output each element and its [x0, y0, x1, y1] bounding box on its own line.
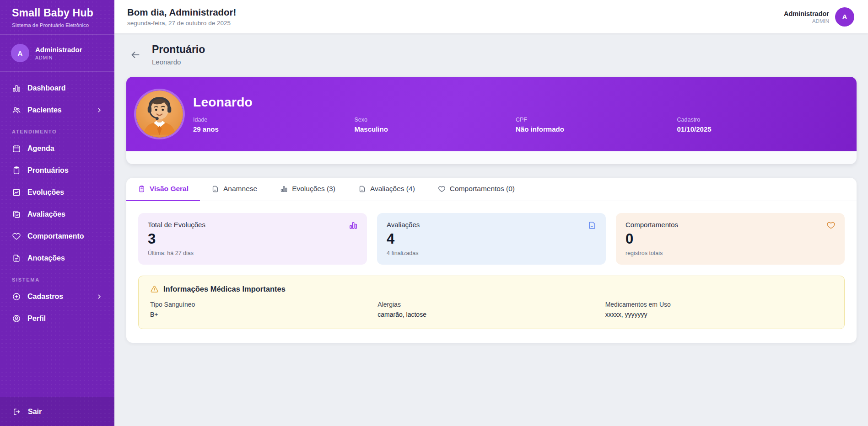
back-button[interactable] — [130, 49, 141, 60]
sidebar-item-anotacoes[interactable]: Anotações — [6, 247, 108, 269]
sidebar-item-evolucoes[interactable]: Evoluções — [6, 181, 108, 203]
field-label: CPF — [516, 117, 677, 123]
stat-card-evolucoes: Total de Evoluções 3 Última: há 27 dias — [138, 213, 367, 265]
users-icon — [12, 106, 21, 115]
header-user-name: Administrador — [784, 10, 829, 17]
top-header: Bom dia, Administrador! segunda-feira, 2… — [114, 0, 868, 33]
field-value: xxxxx, yyyyyyy — [605, 311, 833, 318]
sidebar-nav: Dashboard Pacientes ATENDIMENTO Agenda P… — [0, 72, 114, 330]
app-title: Small Baby Hub — [12, 7, 102, 19]
sidebar-logout-section: Sair — [0, 397, 114, 426]
sidebar-item-avaliacoes[interactable]: Avaliações — [6, 203, 108, 225]
sidebar-section-sistema: SISTEMA — [12, 277, 102, 282]
greeting-date: segunda-feira, 27 de outubro de 2025 — [127, 20, 236, 27]
tab-label: Evoluções (3) — [292, 185, 335, 193]
sidebar-item-pacientes[interactable]: Pacientes — [6, 99, 108, 121]
patient-name: Leonardo — [193, 95, 838, 110]
field-value: Não informado — [516, 125, 677, 133]
stat-value: 3 — [148, 231, 357, 247]
sidebar-item-label: Anotações — [27, 254, 65, 262]
patient-banner-card: Leonardo Idade 29 anos Sexo Masculino CP… — [126, 77, 857, 164]
field-label: Idade — [193, 117, 355, 123]
patient-field-idade: Idade 29 anos — [193, 117, 355, 133]
greeting-block: Bom dia, Administrador! segunda-feira, 2… — [127, 7, 236, 27]
bar-chart-icon — [280, 185, 288, 193]
medical-field-medicamentos: Medicamentos em Uso xxxxx, yyyyyyy — [605, 301, 833, 318]
patient-photo — [136, 91, 183, 138]
sidebar-item-perfil[interactable]: Perfil — [6, 308, 108, 330]
chevron-right-icon — [96, 107, 102, 113]
tab-evolucoes[interactable]: Evoluções (3) — [269, 178, 347, 201]
sidebar-item-label: Comportamento — [27, 232, 84, 240]
field-value: B+ — [150, 311, 377, 318]
sidebar-item-prontuarios[interactable]: Prontuários — [6, 160, 108, 181]
stat-label: Total de Evoluções — [148, 221, 357, 229]
medical-info-title: Informações Médicas Importantes — [163, 285, 286, 293]
header-user-role: ADMIN — [784, 18, 829, 24]
stat-value: 4 — [387, 231, 596, 247]
patient-field-cadastro: Cadastro 01/10/2025 — [677, 117, 839, 133]
tab-visao-geral[interactable]: Visão Geral — [126, 178, 200, 201]
medical-field-alergias: Alergias camarão, lactose — [377, 301, 605, 318]
tab-avaliacoes[interactable]: Avaliações (4) — [347, 178, 426, 201]
page-subtitle: Leonardo — [152, 58, 205, 66]
document-icon — [211, 185, 219, 193]
sidebar-item-cadastros[interactable]: Cadastros — [6, 286, 108, 308]
field-label: Alergias — [377, 301, 605, 308]
patient-banner: Leonardo Idade 29 anos Sexo Masculino CP… — [126, 77, 857, 151]
sidebar-item-dashboard[interactable]: Dashboard — [6, 77, 108, 99]
field-value: 29 anos — [193, 125, 355, 133]
sidebar-user-card: A Administrador ADMIN — [0, 35, 114, 72]
main-content: Prontuário Leonardo — [114, 33, 868, 426]
sidebar-item-comportamento[interactable]: Comportamento — [6, 225, 108, 247]
stats-row: Total de Evoluções 3 Última: há 27 dias … — [138, 213, 845, 265]
note-icon — [12, 254, 21, 263]
document-icon — [358, 185, 366, 193]
stat-subtext: 4 finalizadas — [387, 250, 596, 256]
tab-anamnese[interactable]: Anamnese — [200, 178, 269, 201]
user-circle-icon — [12, 314, 21, 323]
field-label: Sexo — [355, 117, 516, 123]
heart-icon — [826, 221, 836, 230]
main-column: Bom dia, Administrador! segunda-feira, 2… — [114, 0, 868, 426]
field-label: Cadastro — [677, 117, 839, 123]
stat-label: Avaliações — [387, 221, 596, 229]
bar-chart-icon — [12, 84, 21, 93]
sidebar-section-atendimento: ATENDIMENTO — [12, 129, 102, 134]
heart-icon — [438, 185, 446, 193]
medical-field-tipo-sanguineo: Tipo Sanguíneo B+ — [150, 301, 377, 318]
field-value: 01/10/2025 — [677, 125, 839, 133]
tab-label: Visão Geral — [150, 185, 189, 193]
page-header: Prontuário Leonardo — [126, 43, 857, 66]
field-label: Tipo Sanguíneo — [150, 301, 377, 308]
header-user-menu[interactable]: Administrador ADMIN A — [784, 7, 854, 27]
logout-button[interactable]: Sair — [0, 397, 114, 426]
clipboard-check-icon — [12, 210, 21, 219]
sidebar-item-label: Cadastros — [27, 293, 63, 301]
trend-chart-icon — [12, 188, 21, 197]
stat-card-avaliacoes: Avaliações 4 4 finalizadas — [377, 213, 606, 265]
sidebar-item-label: Prontuários — [27, 166, 69, 175]
avatar[interactable]: A — [835, 7, 854, 27]
warning-triangle-icon — [150, 285, 159, 293]
sidebar-item-label: Avaliações — [27, 210, 65, 218]
patient-field-cpf: CPF Não informado — [516, 117, 677, 133]
clipboard-icon — [138, 185, 146, 193]
sidebar-item-label: Agenda — [27, 144, 54, 153]
chevron-right-icon — [96, 293, 102, 300]
stat-label: Comportamentos — [625, 221, 835, 229]
field-value: Masculino — [355, 125, 516, 133]
sidebar-user-name: Administrador — [35, 46, 82, 53]
greeting-title: Bom dia, Administrador! — [127, 7, 236, 18]
page-title: Prontuário — [152, 43, 205, 56]
stat-card-comportamentos: Comportamentos 0 registros totais — [616, 213, 845, 265]
tab-label: Comportamentos (0) — [450, 185, 515, 193]
sidebar-item-agenda[interactable]: Agenda — [6, 138, 108, 160]
tab-label: Avaliações (4) — [370, 185, 415, 193]
tab-comportamentos[interactable]: Comportamentos (0) — [426, 178, 526, 201]
patient-field-sexo: Sexo Masculino — [355, 117, 516, 133]
record-card: Visão Geral Anamnese Evoluções (3) Avali… — [126, 178, 857, 343]
field-value: camarão, lactose — [377, 311, 605, 318]
calendar-icon — [12, 144, 21, 153]
app-tagline: Sistema de Prontuário Eletrônico — [12, 22, 102, 28]
